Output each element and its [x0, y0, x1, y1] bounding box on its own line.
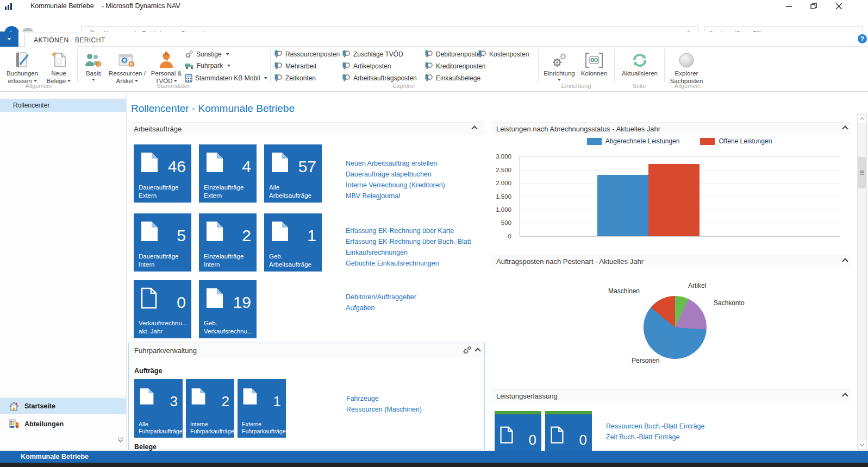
cue-tile-zeit-buchblatt[interactable]: 0: [545, 411, 592, 451]
fuhrpark-button[interactable]: Fuhrpark: [185, 62, 230, 70]
neue-belege-button[interactable]: Neue Belege: [43, 48, 74, 85]
group-label-seite: Seite: [614, 83, 664, 89]
document-outline-icon: [550, 426, 564, 444]
status-company-name: Kommunale Betriebe: [21, 453, 89, 460]
document-icon: [271, 152, 289, 173]
explorer-item-einkaufsbelege[interactable]: Einkaufsbelege: [425, 74, 480, 82]
worker-icon: [150, 48, 183, 68]
minimize-button[interactable]: [780, 0, 797, 12]
magnifier-icon: [274, 50, 283, 58]
magnifier-icon: [274, 74, 283, 82]
tab-bericht[interactable]: BERICHT: [66, 33, 114, 47]
sonstige-button[interactable]: Sonstige: [185, 50, 229, 59]
explorer-item-zeitkonten[interactable]: Zeitkonten: [274, 74, 316, 82]
legend-item-offene: Offene Leistungen: [700, 137, 772, 145]
document-icon: [205, 152, 224, 173]
leistungserfassung-link-group: Ressourcen Buch.-Blatt Einträge Zeit Buc…: [606, 421, 704, 443]
calculator-icon: [185, 74, 192, 83]
explorer-item-arbeitsauftragsposten[interactable]: Arbeitsauftragsposten: [342, 74, 417, 82]
ressourcen-artikel-button[interactable]: Ressourcen / Artikel: [108, 48, 147, 85]
link-erfassung-ek-rechnung-buchblatt[interactable]: Erfassung EK-Rechnung über Buch.-Blatt: [346, 236, 471, 247]
sidebar-collapse-chevron[interactable]: [117, 437, 123, 445]
cue-tile-externe-fuhrparkauftraege[interactable]: 1 Externe Fuhrparkaufträge: [238, 379, 286, 438]
aktualisieren-button[interactable]: Aktualisieren: [619, 48, 661, 78]
gears-icon: [542, 48, 576, 68]
link-fahrzeuge[interactable]: Fahrzeuge: [346, 393, 422, 404]
stammdaten-kb-mobil-button[interactable]: Stammdaten KB Mobil: [185, 74, 267, 83]
chevron-up-icon: [860, 117, 864, 122]
cue-tile-alle-arbeitsauftraege[interactable]: 57 Alle Arbeitsaufträge: [264, 144, 322, 203]
vertical-scrollbar[interactable]: [857, 114, 867, 450]
section-actions-gear-icon[interactable]: [463, 346, 472, 355]
cue-tile-alle-fuhrparkauftraege[interactable]: 3 Alle Fuhrparkaufträge: [134, 379, 183, 438]
magnifier-icon: [342, 50, 351, 58]
link-zeit-buchblatt-eintraege[interactable]: Zeit Buch.-Blatt Einträge: [606, 432, 704, 443]
ribbon: Buchungen erfassen Neue Belege Allgemein…: [0, 47, 868, 92]
document-icon: [139, 387, 154, 406]
link-einkaufsrechnungen[interactable]: Einkaufsrechnungen: [346, 247, 471, 258]
sidebar-item-abteilungen[interactable]: Abteilungen: [0, 416, 126, 432]
explorer-item-ressourcenposten[interactable]: Ressourcenposten: [274, 50, 340, 58]
link-gebuchte-einkaufsrechnungen[interactable]: Gebuchte Einkaufsrechnungen: [346, 258, 471, 269]
scroll-down-button[interactable]: [858, 440, 866, 449]
link-mbv-belegjournal[interactable]: MBV Belegjournal: [346, 191, 445, 201]
sidebar-item-startseite[interactable]: Startseite: [0, 398, 126, 414]
pie-label-maschinen: Maschinen: [590, 287, 640, 295]
link-ressourcen-buchblatt-eintraege[interactable]: Ressourcen Buch.-Blatt Einträge: [606, 421, 704, 432]
link-erfassung-ek-rechnung-karte[interactable]: Erfassung EK-Rechnung über Karte: [346, 225, 471, 236]
kolonnen-button[interactable]: Kolonnen: [578, 48, 610, 78]
explorer-sachposten-button[interactable]: Explorer Sachposten: [669, 48, 704, 85]
application-menu-button[interactable]: [0, 31, 18, 47]
cue-tile-geb-verkaufsrechnungen[interactable]: 19 Geb. Verkaufsrechnu...: [199, 280, 257, 338]
cue-tile-interne-fuhrparkauftraege[interactable]: 2 Interne Fuhrparkaufträge: [186, 379, 234, 438]
gridline: [520, 156, 840, 157]
cue-tile-einzelauftraege-intern[interactable]: 2 Einzelaufträge Intern: [199, 213, 257, 272]
explorer-item-kostenposten[interactable]: Kostenposten: [478, 50, 529, 58]
chart-legend: Abgerechnete Leistungen Offene Leistunge…: [519, 137, 840, 145]
status-bar: Kommunale Betriebe: [0, 451, 868, 463]
journal-pencil-icon: [4, 48, 40, 68]
group-label-allgemein-2: Allgemein: [664, 83, 711, 89]
cue-tile-dauerauftraege-intern[interactable]: 5 Daueraufträge Intern: [134, 213, 191, 272]
document-icon: [140, 220, 159, 242]
explorer-item-debitorenposten[interactable]: Debitorenposten: [425, 50, 484, 58]
ribbon-tab-row: AKTIONEN BERICHT ?: [0, 31, 868, 47]
scroll-up-button[interactable]: [858, 115, 866, 123]
bar-abgerechnete-leistungen: [597, 175, 648, 236]
basis-button[interactable]: Basis: [82, 48, 105, 81]
link-ressourcen-maschinen[interactable]: Ressourcen (Maschinen): [346, 404, 422, 415]
help-button[interactable]: ?: [858, 34, 867, 43]
personal-tvoed-button[interactable]: Personal & TVÖD: [150, 48, 183, 85]
cue-tile-einzelauftraege-extern[interactable]: 4 Einzelaufträge Extern: [199, 144, 257, 203]
close-button[interactable]: [830, 0, 847, 12]
cue-tile-ressourcen-buchblatt[interactable]: 0: [495, 411, 541, 451]
link-aufgaben[interactable]: Aufgaben: [346, 302, 416, 313]
restore-button[interactable]: [805, 0, 822, 12]
cue-tile-verkaufsrechnungen-akt-jahr[interactable]: 0 Verkaufsrechnu... akt. Jahr: [134, 280, 191, 338]
fuhrpark-subheader-belege: Belege: [134, 443, 157, 451]
explorer-item-zuschlaege-tvoed[interactable]: Zuschläge TVÖD: [342, 50, 403, 58]
explorer-item-mehrarbeit[interactable]: Mehrarbeit: [274, 62, 316, 70]
cue-tile-dauerauftraege-extern[interactable]: 46 Daueraufträge Extern: [134, 144, 191, 203]
sidebar-item-rollencenter[interactable]: Rollencenter: [0, 99, 126, 112]
departments-icon: [9, 419, 19, 429]
scrollbar-thumb[interactable]: [858, 157, 866, 188]
ribbon-divider: [614, 49, 615, 83]
cue-tile-geb-arbeitsauftraege[interactable]: 1 Geb. Arbeitsaufträge: [264, 213, 322, 272]
link-debitoren-auftraggeber[interactable]: Debitoren/Auftraggeber: [346, 292, 416, 302]
dropdown-caret-icon: [227, 65, 230, 67]
thumb-grip-icon: [860, 172, 864, 173]
link-neuen-arbeitsauftrag-erstellen[interactable]: Neuen Arbeitsauftrag erstellen: [346, 158, 445, 169]
buchungen-erfassen-button[interactable]: Buchungen erfassen: [4, 48, 40, 85]
link-dauerauftraege-stapelbuchen[interactable]: Daueraufträge stapelbuchen: [346, 169, 445, 180]
baseline: [520, 236, 840, 237]
einrichtung-button[interactable]: Einrichtung: [542, 48, 576, 81]
app-menu-caret-icon: [8, 38, 11, 40]
legend-swatch-blue: [587, 138, 602, 145]
arbeitsauftraege-link-group-2: Erfassung EK-Rechnung über Karte Erfassu…: [346, 225, 471, 269]
explorer-item-kreditorenposten[interactable]: Kreditorenposten: [425, 62, 485, 70]
explorer-item-artikelposten[interactable]: Artikelposten: [342, 62, 391, 70]
refresh-icon: [619, 48, 661, 68]
group-label-einrichtung: Einrichtung: [538, 83, 614, 89]
link-interne-verrechnung-kreditoren[interactable]: Interne Verrechnung (Kreditoren): [346, 180, 445, 191]
